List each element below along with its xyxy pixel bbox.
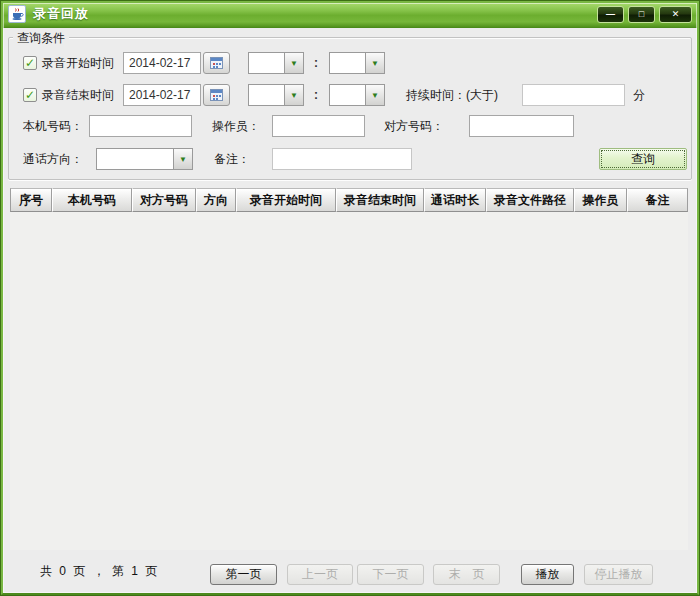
start-time-label: 录音开始时间 bbox=[42, 52, 114, 74]
search-button[interactable]: 查询 bbox=[599, 148, 687, 170]
maximize-button[interactable]: □ bbox=[628, 6, 655, 23]
stop-playback-button[interactable]: 停止播放 bbox=[584, 564, 653, 585]
end-time-colon: : bbox=[314, 84, 318, 106]
start-time-colon: : bbox=[314, 52, 318, 74]
query-group-label: 查询条件 bbox=[13, 30, 69, 47]
end-time-label: 录音结束时间 bbox=[42, 84, 114, 106]
title-bar[interactable]: 录音回放 — □ ✕ bbox=[1, 1, 699, 28]
call-direction-label: 通话方向： bbox=[23, 148, 83, 170]
duration-unit-label: 分 bbox=[633, 84, 645, 106]
call-direction-value bbox=[97, 149, 173, 169]
chevron-down-icon: ▼ bbox=[173, 149, 192, 169]
minimize-icon: — bbox=[606, 9, 615, 19]
start-hour-value bbox=[249, 53, 284, 73]
next-page-button[interactable]: 下一页 bbox=[357, 564, 424, 585]
operator-input[interactable] bbox=[272, 115, 365, 137]
column-header-index[interactable]: 序号 bbox=[10, 188, 52, 212]
remark-input[interactable] bbox=[272, 148, 412, 170]
start-hour-select[interactable]: ▼ bbox=[248, 52, 304, 74]
local-number-input[interactable] bbox=[89, 115, 192, 137]
operator-label: 操作员： bbox=[212, 115, 260, 137]
chevron-down-icon: ▼ bbox=[365, 53, 384, 73]
end-hour-value bbox=[249, 85, 284, 105]
results-table-header: 序号 本机号码 对方号码 方向 录音开始时间 录音结束时间 通话时长 录音文件路… bbox=[10, 188, 688, 212]
start-minute-select[interactable]: ▼ bbox=[329, 52, 385, 74]
chevron-down-icon: ▼ bbox=[284, 85, 303, 105]
search-button-label: 查询 bbox=[601, 150, 685, 168]
close-button[interactable]: ✕ bbox=[659, 6, 692, 23]
column-header-operator[interactable]: 操作员 bbox=[574, 188, 627, 212]
column-header-start-time[interactable]: 录音开始时间 bbox=[236, 188, 336, 212]
java-coffee-icon bbox=[8, 5, 26, 23]
column-header-remote-number[interactable]: 对方号码 bbox=[132, 188, 196, 212]
column-header-end-time[interactable]: 录音结束时间 bbox=[336, 188, 424, 212]
column-header-local-number[interactable]: 本机号码 bbox=[52, 188, 132, 212]
remark-label: 备注： bbox=[214, 148, 250, 170]
start-minute-value bbox=[330, 53, 365, 73]
column-header-direction[interactable]: 方向 bbox=[196, 188, 236, 212]
first-page-button[interactable]: 第一页 bbox=[210, 564, 277, 585]
end-minute-select[interactable]: ▼ bbox=[329, 84, 385, 106]
column-header-call-length[interactable]: 通话时长 bbox=[424, 188, 486, 212]
remote-number-label: 对方号码： bbox=[384, 115, 444, 137]
end-date-calendar-button[interactable] bbox=[203, 84, 230, 106]
results-table-body[interactable] bbox=[10, 212, 688, 550]
end-date-input[interactable] bbox=[123, 84, 201, 106]
local-number-label: 本机号码： bbox=[23, 115, 83, 137]
start-time-checkbox[interactable]: ✓ bbox=[23, 56, 37, 70]
column-header-remark[interactable]: 备注 bbox=[627, 188, 688, 212]
close-icon: ✕ bbox=[672, 9, 680, 19]
chevron-down-icon: ▼ bbox=[284, 53, 303, 73]
end-minute-value bbox=[330, 85, 365, 105]
checkmark-icon: ✓ bbox=[25, 88, 35, 102]
last-page-button[interactable]: 末 页 bbox=[433, 564, 500, 585]
end-hour-select[interactable]: ▼ bbox=[248, 84, 304, 106]
minimize-button[interactable]: — bbox=[597, 6, 624, 23]
query-conditions-group: 查询条件 ✓ 录音开始时间 ▼ : ▼ ✓ 录音结束时间 bbox=[8, 37, 692, 180]
checkmark-icon: ✓ bbox=[25, 56, 35, 70]
previous-page-button[interactable]: 上一页 bbox=[287, 564, 353, 585]
remote-number-input[interactable] bbox=[469, 115, 574, 137]
window-title: 录音回放 bbox=[33, 5, 89, 23]
page-status-text: 共 0 页 ， 第 1 页 bbox=[40, 561, 159, 581]
column-header-file-path[interactable]: 录音文件路径 bbox=[486, 188, 574, 212]
duration-label: 持续时间：(大于) bbox=[406, 84, 498, 106]
window-controls: — □ ✕ bbox=[597, 6, 692, 23]
call-direction-select[interactable]: ▼ bbox=[96, 148, 193, 170]
calendar-icon bbox=[210, 89, 223, 101]
maximize-icon: □ bbox=[639, 9, 644, 19]
end-time-checkbox[interactable]: ✓ bbox=[23, 88, 37, 102]
play-button[interactable]: 播放 bbox=[521, 564, 574, 585]
recording-playback-window: 录音回放 — □ ✕ 查询条件 ✓ 录音开始时间 ▼ bbox=[0, 0, 700, 596]
chevron-down-icon: ▼ bbox=[365, 85, 384, 105]
calendar-icon bbox=[210, 57, 223, 69]
start-date-input[interactable] bbox=[123, 52, 201, 74]
duration-input[interactable] bbox=[522, 84, 625, 106]
start-date-calendar-button[interactable] bbox=[203, 52, 230, 74]
